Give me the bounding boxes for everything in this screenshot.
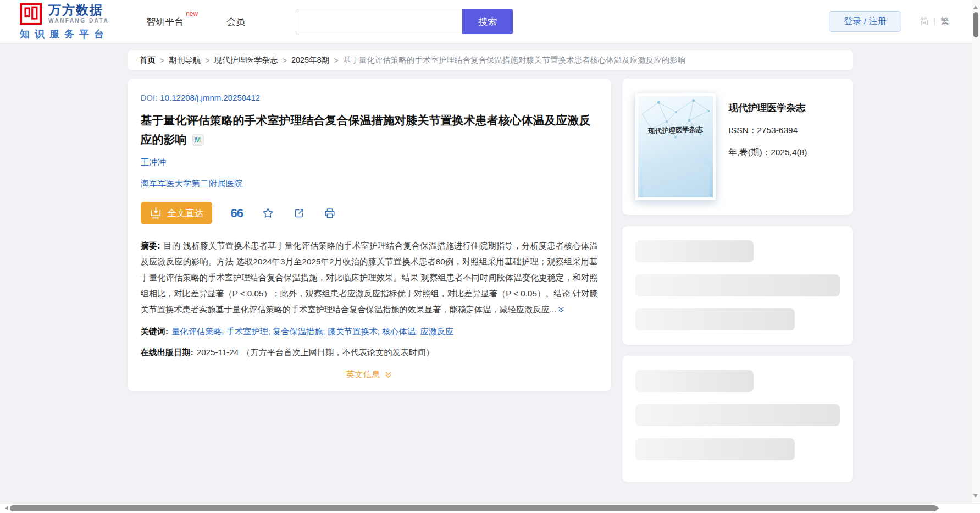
keyword-link[interactable]: 膝关节置换术 [328, 327, 378, 336]
keywords-row: 关键词:量化评估策略; 手术室护理; 复合保温措施; 膝关节置换术; 核心体温;… [141, 323, 598, 339]
new-badge: new [186, 10, 198, 18]
pubdate-note: （万方平台首次上网日期，不代表论文的发表时间） [242, 347, 434, 357]
keyword-separator: ; [378, 327, 382, 336]
keyword-link[interactable]: 手术室护理 [226, 327, 268, 336]
lang-divider [934, 18, 935, 25]
m-badge: M [192, 134, 204, 146]
keyword-link[interactable]: 核心体温 [382, 327, 416, 336]
logo-tagline: 知识服务平台 [20, 27, 109, 41]
volume-value: 2025,4(8) [771, 147, 807, 157]
horizontal-scrollbar-thumb[interactable] [10, 505, 937, 511]
english-info-row: 英文信息 [141, 369, 598, 380]
logo-title: 万方数据 [48, 4, 109, 16]
lang-simplified[interactable]: 简 [920, 16, 929, 27]
journal-info: 现代护理医学杂志 ISSN：2753-6394 年,卷(期)：2025,4(8) [729, 93, 807, 200]
logo-titles: 万方数据 WANFANG DATA [48, 4, 109, 24]
english-info-toggle[interactable]: 英文信息 [346, 369, 392, 380]
scroll-left-arrow[interactable] [3, 506, 8, 510]
vertical-scrollbar-thumb[interactable] [973, 12, 978, 37]
scroll-up-arrow[interactable] [973, 3, 978, 9]
wanfang-logo-icon [20, 3, 42, 25]
lang-traditional[interactable]: 繁 [940, 16, 949, 27]
doi-label: DOI: [141, 93, 158, 102]
keyword-separator: ; [222, 327, 226, 336]
main-nav: 智研平台 new 会员 [146, 15, 245, 28]
skeleton-bar [635, 308, 795, 330]
header: 万方数据 WANFANG DATA 知识服务平台 智研平台 new 会员 搜索 … [0, 0, 980, 43]
issn-label: ISSN： [729, 125, 757, 135]
free-download-icon: free [149, 206, 163, 220]
breadcrumb-separator: > [160, 56, 164, 65]
journal-cover[interactable]: 现代护理医学杂志 [635, 93, 716, 200]
wanfang-logo[interactable]: 万方数据 WANFANG DATA 知识服务平台 [20, 3, 109, 41]
abstract-expand-icon[interactable] [557, 302, 565, 318]
search-button[interactable]: 搜索 [462, 9, 513, 34]
login-register-button[interactable]: 登录 / 注册 [829, 11, 901, 32]
share-button[interactable] [293, 207, 305, 219]
breadcrumb-separator: > [205, 56, 209, 65]
print-button[interactable] [324, 207, 336, 219]
scroll-right-arrow[interactable] [936, 506, 942, 510]
sidebar-loading-card-1 [622, 226, 853, 345]
keyword-link[interactable]: 应激反应 [420, 327, 453, 336]
fulltext-button[interactable]: free 全文直达 [141, 202, 212, 224]
skeleton-bar [635, 438, 795, 460]
volume-label: 年,卷(期)： [729, 147, 771, 157]
skeleton-bar [635, 274, 840, 296]
horizontal-scrollbar[interactable] [0, 503, 980, 513]
logo-subtitle: WANFANG DATA [48, 18, 109, 24]
journal-card: 现代护理医学杂志 现代护理医学杂志 ISSN：2753-6394 年,卷(期)：… [622, 79, 853, 215]
cite-button[interactable]: 66 [231, 207, 243, 219]
breadcrumb-separator: > [282, 56, 286, 65]
journal-cover-image: 现代护理医学杂志 [638, 96, 713, 197]
main-content: DOI:10.12208/j.jmnm.20250412 基于量化评估策略的手术… [128, 79, 853, 482]
printer-icon [324, 207, 336, 219]
share-icon [293, 207, 305, 219]
english-info-label: 英文信息 [346, 369, 380, 380]
breadcrumb-item[interactable]: 首页 [140, 55, 156, 65]
keywords-label: 关键词: [141, 327, 169, 336]
affiliation-row: 海军军医大学第二附属医院 [141, 178, 598, 190]
sidebar-loading-card-2 [622, 356, 853, 482]
cover-network-art [638, 96, 713, 197]
keyword-separator: ; [323, 327, 327, 336]
header-right: 登录 / 注册 简 繁 [829, 11, 949, 32]
keyword-separator: ; [268, 327, 273, 336]
breadcrumb-item[interactable]: 2025年8期 [291, 55, 329, 65]
doi-link[interactable]: 10.12208/j.jmnm.20250412 [160, 93, 260, 102]
keyword-link[interactable]: 量化评估策略 [171, 327, 222, 336]
favorite-button[interactable] [262, 207, 274, 219]
action-row: free 全文直达 66 [141, 202, 598, 224]
article-title-text: 基于量化评估策略的手术室护理结合复合保温措施对膝关节置换术患者核心体温及应激反应… [141, 114, 591, 146]
journal-volume-row: 年,卷(期)：2025,4(8) [729, 147, 807, 158]
search-input[interactable] [296, 9, 462, 34]
author-link[interactable]: 王冲冲 [141, 157, 167, 168]
breadcrumb-item: 基于量化评估策略的手术室护理结合复合保温措施对膝关节置换术患者核心体温及应激反应… [343, 55, 686, 65]
abstract-text: 目的 浅析膝关节置换术患者基于量化评估策略的手术室护理结合复合保温措施进行住院期… [141, 241, 598, 314]
journal-name[interactable]: 现代护理医学杂志 [729, 101, 807, 114]
author-row: 王冲冲 [141, 149, 598, 168]
vertical-scrollbar[interactable] [972, 0, 980, 503]
scroll-down-arrow[interactable] [973, 494, 978, 500]
fulltext-button-label: 全文直达 [168, 207, 204, 219]
abstract-label: 摘要: [141, 241, 160, 250]
affiliation-link[interactable]: 海军军医大学第二附属医院 [141, 179, 243, 188]
nav-item-zhiyan-label: 智研平台 [146, 16, 184, 27]
keyword-link[interactable]: 复合保温措施 [273, 327, 323, 336]
search-bar: 搜索 [296, 9, 513, 34]
nav-item-member[interactable]: 会员 [226, 15, 245, 28]
skeleton-bar [635, 370, 754, 392]
english-info-expand-icon [384, 371, 392, 379]
pubdate-label: 在线出版日期: [141, 347, 193, 357]
breadcrumb-separator: > [334, 56, 338, 65]
breadcrumb-item[interactable]: 期刊导航 [169, 55, 201, 65]
svg-text:free: free [152, 216, 159, 220]
breadcrumb-item[interactable]: 现代护理医学杂志 [214, 55, 278, 65]
journal-issn-row: ISSN：2753-6394 [729, 125, 807, 136]
doi-row: DOI:10.12208/j.jmnm.20250412 [141, 93, 598, 102]
pubdate-row: 在线出版日期:2025-11-24（万方平台首次上网日期，不代表论文的发表时间） [141, 344, 598, 360]
cite-icon: 66 [231, 207, 243, 219]
abstract: 摘要:目的 浅析膝关节置换术患者基于量化评估策略的手术室护理结合复合保温措施进行… [141, 238, 598, 318]
nav-item-zhiyan[interactable]: 智研平台 new [146, 15, 184, 28]
skeleton-bar [635, 404, 840, 426]
